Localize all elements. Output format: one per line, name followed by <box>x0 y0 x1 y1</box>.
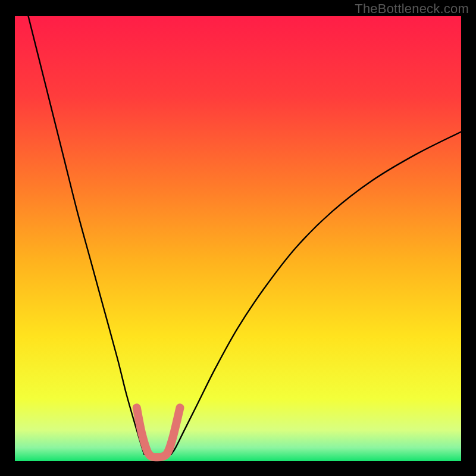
optimum-marker-dot <box>139 431 146 438</box>
chart-container: TheBottleneck.com <box>0 0 476 476</box>
optimum-marker-dot <box>177 404 184 411</box>
optimum-marker-dot <box>145 450 152 458</box>
optimum-marker-dot <box>154 453 161 461</box>
optimum-marker-dot <box>169 436 176 443</box>
bottleneck-chart <box>0 0 476 476</box>
gradient-background <box>15 16 461 461</box>
optimum-marker-dot <box>133 404 140 411</box>
optimum-marker-dot <box>163 450 170 458</box>
